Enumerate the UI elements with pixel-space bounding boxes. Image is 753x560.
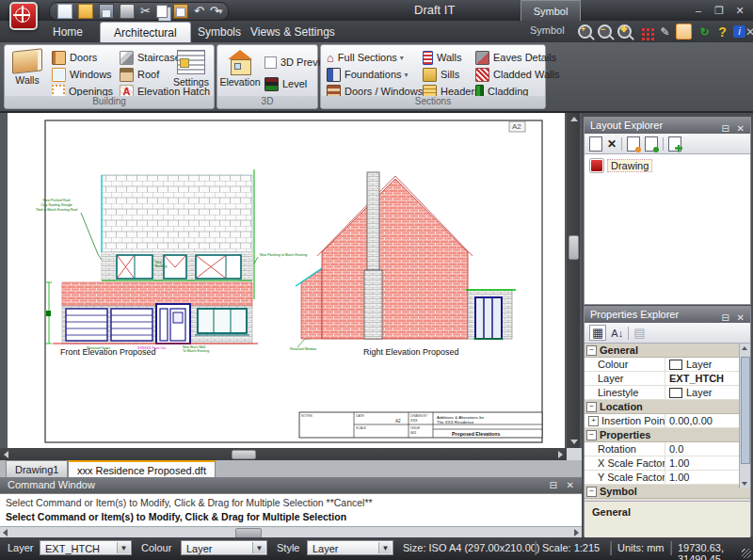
layout-explorer-caption[interactable]: Layout Explorer ⊟ ✕ [585, 118, 750, 134]
scroll-up-icon[interactable] [570, 117, 578, 121]
open-icon[interactable] [78, 4, 93, 19]
canvas-hscrollbar[interactable] [0, 448, 567, 460]
drawing-canvas[interactable]: A2 New Building [8, 113, 565, 448]
eaves-details-button[interactable]: Eaves Details [475, 50, 556, 65]
command-window-body[interactable]: Select Command or Item(s) to Modify, Cli… [0, 493, 582, 527]
refresh-layout-icon[interactable] [645, 136, 658, 152]
layer-dropdown[interactable]: EXT_HTCH▼ [40, 540, 132, 555]
row-layer[interactable]: LayerEXT_HTCH [585, 372, 750, 386]
category-symbol[interactable]: −Symbol [585, 485, 750, 499]
tb-size: A2 [395, 419, 401, 424]
new-layout-icon[interactable] [589, 136, 602, 152]
colour-dropdown[interactable]: Layer▼ [181, 540, 267, 555]
cladded-walls-button[interactable]: Cladded Walls [475, 67, 560, 82]
foundations-button[interactable]: Foundations▾ [327, 67, 409, 82]
row-colour[interactable]: ColourLayer [585, 358, 750, 372]
row-insertion-point[interactable]: +Insertion Point0.00,0.00 [585, 414, 750, 428]
grid-scroll-up-icon[interactable] [742, 346, 747, 350]
command-window-header[interactable]: Command Window ⊟ ✕ [0, 477, 582, 493]
minimize-button[interactable]: – [690, 4, 707, 17]
settings-button[interactable]: Settings [170, 48, 212, 95]
property-pages-icon[interactable]: ▤ [633, 326, 645, 340]
snap-icon[interactable]: ✎ [656, 24, 674, 40]
property-description: General [585, 501, 750, 542]
zoom-out-icon[interactable]: − [596, 24, 614, 40]
hscroll-thumb[interactable] [232, 450, 256, 459]
scroll-down-icon[interactable] [570, 440, 578, 444]
canvas-vscrollbar[interactable] [567, 113, 580, 448]
elevations-drawing: A2 New Building [8, 113, 565, 448]
tab-architectural[interactable]: Architectural [100, 22, 191, 43]
add-layout-icon[interactable] [668, 136, 681, 152]
grid-icon[interactable] [636, 24, 654, 40]
zoom-extents-icon[interactable]: ✥ [616, 24, 633, 40]
sills-button[interactable]: Sills [423, 67, 459, 82]
tab-views-settings[interactable]: Views & Settings [237, 22, 348, 42]
properties-pin-icon[interactable]: ⊟ [722, 310, 729, 326]
properties-close-icon[interactable]: ✕ [737, 310, 745, 326]
tab-residence-proposed[interactable]: xxx Residence Proposed.dft [68, 460, 216, 479]
full-sections-button[interactable]: ⌂Full Sections▾ [327, 50, 404, 65]
row-x-scale[interactable]: X Scale Factor1.00 [585, 456, 750, 471]
scroll-left-icon[interactable] [4, 451, 8, 458]
tb-issue-label: ISSUE [410, 426, 421, 430]
qat-overflow-chevron-icon[interactable]: ▾ [218, 7, 223, 16]
symbol-context-tab[interactable]: Symbol [521, 0, 581, 22]
category-general[interactable]: −General [585, 344, 750, 358]
doors-button[interactable]: Doors [52, 50, 97, 65]
tab-drawing1[interactable]: Drawing1 [6, 460, 68, 478]
row-y-scale[interactable]: Y Scale Factor1.00 [585, 471, 750, 485]
alphabetical-sort-icon[interactable]: A↓ [611, 328, 623, 339]
layout-pin-icon[interactable]: ⊟ [722, 120, 729, 136]
undo-icon[interactable]: ↶ [194, 5, 204, 18]
category-location[interactable]: −Location [585, 400, 750, 414]
categorized-view-icon[interactable]: ▦ [589, 325, 606, 341]
command-pin-icon[interactable]: ⊟ [550, 477, 557, 493]
print-icon[interactable] [120, 4, 135, 19]
tb-drawn-value: XXX [410, 419, 418, 423]
maximize-button[interactable]: ❐ [711, 4, 728, 17]
command-close-icon[interactable]: ✕ [567, 477, 574, 493]
layout-item-drawing[interactable]: Drawing [607, 159, 652, 172]
sec-walls-button[interactable]: Walls [423, 50, 461, 65]
resize-grip[interactable] [742, 549, 751, 558]
layer-dropdown-arrow-icon[interactable]: ▼ [117, 542, 130, 553]
properties-explorer-caption[interactable]: Properties Explorer ⊟ ✕ [585, 307, 750, 323]
grid-scrollbar[interactable] [739, 344, 750, 488]
paste-icon[interactable] [173, 4, 188, 19]
copy-icon[interactable] [156, 5, 168, 18]
style-dropdown[interactable]: Layer▼ [307, 540, 393, 555]
close-button[interactable]: ✕ [731, 4, 748, 17]
new-icon[interactable] [57, 4, 72, 19]
save-icon[interactable] [99, 4, 114, 19]
vscroll-thumb[interactable] [569, 235, 579, 260]
cmd-scroll-left-icon[interactable] [3, 529, 8, 536]
elevation-button[interactable]: Elevation [219, 48, 261, 95]
grid-scroll-down-icon[interactable] [742, 482, 747, 486]
row-rotation[interactable]: Rotation0.0 [585, 442, 750, 456]
tab-home[interactable]: Home [40, 22, 96, 42]
colour-dropdown-arrow-icon[interactable]: ▼ [252, 542, 265, 553]
layout-tree[interactable]: Drawing [585, 154, 750, 304]
layout-close-icon[interactable]: ✕ [737, 120, 745, 136]
expand-insertion-icon[interactable]: + [588, 416, 599, 426]
row-linestyle[interactable]: LinestyleLayer [585, 386, 750, 400]
help-icon[interactable]: ? [713, 24, 731, 40]
roof-button[interactable]: Roof [120, 67, 159, 82]
active-tool-icon[interactable] [675, 24, 693, 40]
grid-scroll-thumb[interactable] [741, 357, 750, 464]
delete-layout-icon[interactable]: ✕ [607, 137, 617, 151]
zoom-in-icon[interactable]: + [576, 24, 594, 40]
app-logo-icon[interactable] [9, 2, 38, 30]
windows-button[interactable]: Windows [52, 67, 112, 82]
level-button[interactable]: Level [264, 76, 307, 91]
refresh-icon[interactable]: ↻ [696, 24, 713, 40]
style-dropdown-arrow-icon[interactable]: ▼ [378, 542, 392, 553]
walls-button[interactable]: Walls [7, 48, 48, 95]
cut-icon[interactable]: ✂ [140, 5, 151, 18]
import-layout-icon[interactable] [627, 136, 640, 152]
scroll-right-icon[interactable] [558, 451, 563, 458]
cmd-scroll-right-icon[interactable] [574, 529, 579, 536]
category-properties[interactable]: −Properties [585, 428, 750, 442]
close-ribbon-icon[interactable]: ✕ [746, 24, 753, 40]
